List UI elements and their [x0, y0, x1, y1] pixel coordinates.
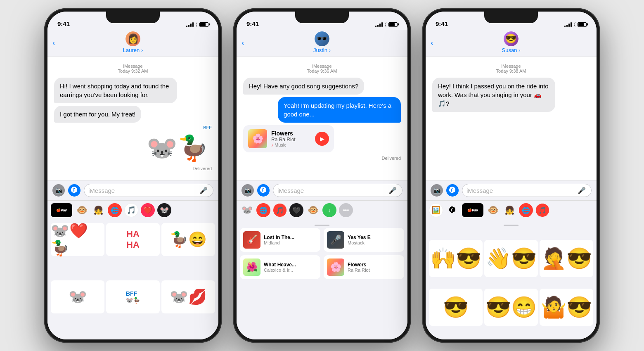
timestamp-1: iMessageToday 9:32 AM: [54, 64, 212, 74]
drag-handle-3: [504, 225, 519, 226]
more-btn-2[interactable]: •••: [339, 203, 353, 217]
camera-btn-1[interactable]: 📷: [52, 184, 65, 197]
green-btn-2[interactable]: ↓: [322, 203, 336, 217]
battery-icon-3: [578, 22, 587, 27]
music-item-3[interactable]: 🌺 What Heave... Calexico & Ir...: [240, 255, 320, 279]
avatar-justin: 🕶️: [315, 31, 329, 46]
appstore-btn-1[interactable]: 🅐: [68, 184, 80, 197]
contact-name-1[interactable]: Lauren: [123, 47, 143, 53]
sticker-3[interactable]: 🦆😄: [161, 223, 215, 256]
dark-btn-2[interactable]: 🖤: [289, 203, 303, 217]
globe-btn-1[interactable]: 🌐: [108, 203, 122, 217]
back-chevron-3: ‹: [431, 38, 433, 47]
input-placeholder-2: iMessage: [277, 187, 384, 194]
appstore-btn-2[interactable]: 🅐: [257, 184, 270, 197]
music-item-1[interactable]: 🎸 Lost In The... Midland: [240, 228, 320, 252]
camera-btn-2[interactable]: 📷: [242, 184, 254, 197]
memoji-2[interactable]: 👋😎: [484, 240, 538, 277]
memoji-4[interactable]: 😎: [429, 289, 483, 326]
monkey-sticker-btn[interactable]: 🐵: [75, 203, 89, 217]
message-input-2[interactable]: iMessage 🎤: [273, 184, 402, 197]
message-input-3[interactable]: iMessage 🎤: [462, 184, 592, 197]
contact-name-2[interactable]: Justin: [313, 47, 331, 53]
input-placeholder-1: iMessage: [88, 187, 195, 194]
music-picker: 🎸 Lost In The... Midland 🎤 Yes Yes E Mos…: [237, 220, 407, 339]
photos-btn-3[interactable]: 🖼️: [429, 203, 443, 217]
appstore-btn-3[interactable]: 🅐: [446, 184, 459, 197]
back-button-2[interactable]: ‹: [242, 38, 244, 47]
input-placeholder-3: iMessage: [466, 187, 573, 194]
status-time-1: 9:41: [57, 20, 70, 27]
phones-container: 9:41 〈 ‹: [44, 8, 600, 343]
sticker-6[interactable]: 🐭💋: [161, 280, 215, 313]
signal-bar-1: [186, 26, 187, 27]
delivered-1: Delivered: [54, 166, 212, 171]
nav-bar-3: ‹ 😎 Susan: [426, 30, 597, 57]
heart-btn-1[interactable]: ❤️: [141, 203, 155, 217]
music-title: Flowers: [271, 130, 311, 137]
signal-bar-3: [190, 24, 192, 27]
memoji-1[interactable]: 🙌😎: [429, 240, 483, 277]
applepay-btn-3[interactable]: 🍎Pay: [462, 203, 483, 217]
messages-area-2: iMessageToday 9:36 AM Hey! Have any good…: [237, 57, 407, 180]
sticker-app-btn[interactable]: 🐭: [240, 203, 254, 217]
music-item-title-3: What Heave...: [264, 262, 296, 268]
audio-btn-2[interactable]: 🎤: [387, 185, 398, 196]
audio-btn-1[interactable]: 🎤: [198, 185, 209, 196]
music-card[interactable]: 🌸 Flowers Ra Ra Riot ♪ Music ▶: [243, 125, 334, 152]
wifi-icon-1: 〈: [196, 21, 197, 27]
music-row-2: 🌺 What Heave... Calexico & Ir... 🌸 Flowe…: [240, 255, 404, 279]
globe-btn-3[interactable]: 🌐: [519, 203, 533, 217]
phone-inner-2: 9:41 〈 ‹: [237, 12, 407, 339]
music-play-btn[interactable]: ▶: [315, 132, 329, 146]
sticker-1[interactable]: 🐭❤️🦆: [51, 223, 104, 256]
dark-sticker-btn[interactable]: 🐭: [157, 203, 171, 217]
music-info: Flowers Ra Ra Riot ♪ Music: [271, 130, 311, 147]
audio-btn-3[interactable]: 🎤: [576, 185, 587, 196]
signal-bar-2-2: [377, 25, 379, 27]
memoji-6[interactable]: 🤷😎: [540, 289, 593, 326]
input-bar-2: 📷 🅐 iMessage 🎤: [237, 180, 407, 200]
input-bar-1: 📷 🅐 iMessage 🎤: [47, 180, 218, 200]
album-art: 🌸: [248, 129, 267, 148]
music-art-3: 🌺: [243, 259, 260, 276]
signal-bar-4: [192, 22, 194, 27]
appstore-icon-btn-3[interactable]: 🅐: [445, 203, 459, 217]
music-item-2[interactable]: 🎤 Yes Yes E Mostack: [324, 228, 404, 252]
globe-btn-2[interactable]: 🌐: [256, 203, 270, 217]
sticker-5[interactable]: BFF🐭🦆: [106, 280, 160, 313]
signal-bar-2-3: [379, 24, 381, 27]
sticker-4[interactable]: 🐭: [51, 280, 104, 313]
status-icons-1: 〈: [186, 21, 208, 27]
music-btn-2[interactable]: 🎵: [273, 203, 287, 217]
music-picker-info-4: Flowers Ra Ra Riot: [348, 262, 370, 273]
music-picker-info-1: Lost In The... Midland: [264, 235, 294, 245]
notch-1: [106, 12, 160, 23]
monkey-btn-2[interactable]: 🐵: [306, 203, 320, 217]
camera-btn-3[interactable]: 📷: [431, 184, 443, 197]
sticker-2[interactable]: HAHA: [106, 223, 160, 256]
person-sticker-btn[interactable]: 👧: [91, 203, 105, 217]
music-btn-1[interactable]: 🎵: [124, 203, 138, 217]
timestamp-3: iMessageToday 9:38 AM: [432, 64, 590, 74]
delivered-2: Delivered: [243, 156, 401, 161]
back-chevron-1: ‹: [52, 38, 55, 47]
back-button-1[interactable]: ‹: [52, 38, 55, 47]
app-strip-3: 🖼️ 🅐 🍎Pay 🐵 👧 🌐 🎵: [426, 200, 597, 220]
music-item-4[interactable]: 🌸 Flowers Ra Ra Riot: [324, 255, 404, 279]
signal-bar-3-3: [568, 24, 570, 27]
battery-fill-1: [200, 23, 206, 26]
person-btn-3[interactable]: 👧: [502, 203, 516, 217]
applepay-btn-1[interactable]: 🍎Pay: [51, 203, 72, 217]
signal-bars-3: [564, 22, 572, 27]
memoji-3[interactable]: 🤦😎: [540, 240, 593, 277]
message-input-1[interactable]: iMessage 🎤: [84, 184, 213, 197]
music-row-1: 🎸 Lost In The... Midland 🎤 Yes Yes E Mos…: [240, 228, 404, 252]
drag-handle-2: [315, 225, 329, 226]
memoji-5[interactable]: 😎😁: [484, 289, 538, 326]
contact-name-3[interactable]: Susan: [502, 47, 521, 53]
monkey-btn-3[interactable]: 🐵: [486, 203, 500, 217]
music-btn-3[interactable]: 🎵: [535, 203, 549, 217]
back-button-3[interactable]: ‹: [431, 38, 433, 47]
bubble-1-2: I got them for you. My treat!: [54, 106, 141, 123]
